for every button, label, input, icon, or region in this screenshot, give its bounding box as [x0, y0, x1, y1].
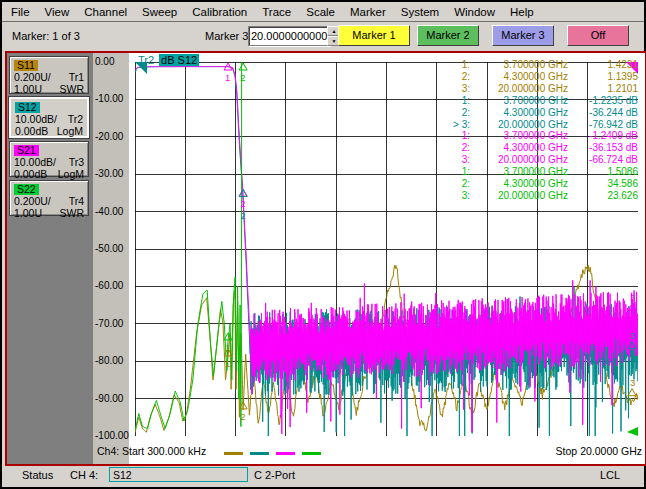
y-axis-tick-label: -10.00	[95, 93, 123, 104]
menu-bar: FileViewChannelSweepCalibrationTraceScal…	[2, 2, 644, 22]
trace-scale-label: 10.00dB/	[14, 156, 56, 168]
trace-format-label: SWR	[60, 207, 85, 219]
svg-text:3: 3	[630, 292, 635, 303]
trace-param-chip: S22	[14, 184, 39, 195]
trace-box-s21[interactable]: S2110.00dB/Tr30.00dBLogM	[9, 141, 89, 177]
marker-value: 1.2101	[568, 83, 638, 95]
marker-number: 2:	[440, 107, 470, 119]
marker-frequency: 20.000000 GHz	[470, 83, 568, 95]
trace-format-label: LogM	[58, 168, 84, 180]
marker-frequency: 4.300000 GHz	[470, 142, 568, 154]
trace-param-chip: S11	[14, 60, 38, 71]
trace-box-s11[interactable]: S110.200U/Tr11.00USWR	[9, 56, 89, 94]
y-axis-tick-label: -60.00	[95, 280, 123, 291]
menu-item-window[interactable]: Window	[454, 6, 495, 18]
marker-frequency: 20.000000 GHz	[470, 119, 568, 131]
cal-status-label: C 2-Port	[254, 469, 295, 481]
analyzer-window: FileViewChannelSweepCalibrationTraceScal…	[0, 0, 646, 489]
y-axis-tick-label: -100.00	[95, 430, 129, 441]
trace-scale-label: 10.00dB/	[15, 113, 57, 125]
legend-dash-s11	[224, 452, 243, 455]
toolbar-button-off[interactable]: Off	[567, 25, 629, 46]
plot-panel: 1222112333 Tr2dB S12 1:3.700000 GHz1.423…	[129, 53, 645, 464]
marker-value: -76.942 dB	[568, 119, 638, 131]
trace-number-label: Tr2	[68, 113, 83, 125]
menu-item-calibration[interactable]: Calibration	[192, 6, 247, 18]
measurement-box: S12	[109, 467, 248, 482]
marker-readout-row: 1:3.700000 GHz1.4231	[440, 59, 638, 71]
active-trace-label: Tr2	[138, 54, 154, 66]
menu-item-channel[interactable]: Channel	[84, 6, 127, 18]
menu-item-help[interactable]: Help	[510, 6, 534, 18]
marker-readout-row: 1:3.700000 GHz-1.2235 dB	[440, 95, 638, 107]
y-axis-tick-label: -90.00	[95, 393, 123, 404]
y-axis-tick-label: -30.00	[95, 168, 123, 179]
trace-format-label: SWR	[60, 83, 85, 95]
menu-item-view[interactable]: View	[45, 6, 70, 18]
svg-text:3: 3	[630, 330, 635, 341]
toolbar-button-marker-3[interactable]: Marker 3	[492, 25, 554, 46]
sweep-start-label: Ch4: Start 300.000 kHz	[97, 445, 206, 457]
marker-readout-row: 2:4.300000 GHz-36.244 dB	[440, 107, 638, 119]
active-trace-chip[interactable]: dB S12	[159, 54, 199, 66]
trace-box-s12[interactable]: S1210.00dB/Tr20.00dBLogM	[9, 97, 89, 138]
trace-legend-dashes	[206, 445, 328, 457]
marker-readout-row: 3:20.000000 GHz-66.724 dB	[440, 154, 638, 166]
marker-readout-row: 2:4.300000 GHz-36.153 dB	[440, 142, 638, 154]
marker-number: 3:	[440, 83, 470, 95]
marker-frequency: 4.300000 GHz	[470, 71, 568, 83]
marker-frequency: 3.700000 GHz	[470, 59, 568, 71]
trace-scale-label: 0.200U/	[14, 195, 51, 207]
toolbar-button-marker-2[interactable]: Marker 2	[417, 25, 479, 46]
channel-label: CH 4:	[70, 469, 98, 481]
marker-status-label: Marker: 1 of 3	[12, 30, 80, 42]
menu-item-scale[interactable]: Scale	[306, 6, 335, 18]
marker-number: 1:	[440, 59, 470, 71]
legend-dash-s12	[250, 452, 269, 455]
marker-frequency: 20.000000 GHz	[470, 190, 568, 202]
legend-dash-s22	[302, 452, 321, 455]
y-axis-tick-label: -80.00	[95, 355, 123, 366]
marker-readout-row: 2:4.300000 GHz1.1395	[440, 71, 638, 83]
marker-frequency: 4.300000 GHz	[470, 178, 568, 190]
marker-number: 3:	[440, 154, 470, 166]
toolbar-button-marker-1[interactable]: Marker 1	[338, 25, 410, 46]
menu-item-marker[interactable]: Marker	[350, 6, 386, 18]
marker-value: 1.4231	[568, 59, 638, 71]
marker-number: 1:	[440, 95, 470, 107]
marker-readout-row: 1:3.700000 GHz-1.2409 dB	[440, 130, 638, 142]
marker-readout-row: 3:20.000000 GHz23.626	[440, 190, 638, 202]
marker-number: 2:	[440, 178, 470, 190]
trace-number-label: Tr1	[69, 71, 84, 83]
lcl-mode-label: LCL	[600, 469, 620, 481]
marker-readout-row: 2:4.300000 GHz34.586	[440, 178, 638, 190]
marker-readout-row: 3:20.000000 GHz1.2101	[440, 83, 638, 95]
y-axis-tick-label: -40.00	[95, 206, 123, 217]
marker-value: -36.244 dB	[568, 107, 638, 119]
marker-value: 23.626	[568, 190, 638, 202]
menu-item-sweep[interactable]: Sweep	[142, 6, 177, 18]
marker-value: 1.5086	[568, 166, 638, 178]
trace-param-chip: S21	[14, 145, 39, 156]
svg-text:1: 1	[225, 358, 230, 369]
y-axis-labels: 0.00-10.00-20.00-30.00-40.00-50.00-60.00…	[93, 53, 134, 464]
svg-text:2: 2	[240, 72, 245, 83]
trace-box-s22[interactable]: S220.200U/Tr41.00USWR	[9, 180, 89, 216]
status-label: Status	[22, 469, 53, 481]
y-axis-tick-label: -50.00	[95, 243, 123, 254]
active-trace-title: Tr2dB S12	[138, 54, 199, 66]
trace-number-label: Tr3	[69, 156, 84, 168]
marker-frequency: 3.700000 GHz	[470, 95, 568, 107]
marker-readout-row: 1:3.700000 GHz1.5086	[440, 166, 638, 178]
marker-frequency-input[interactable]: 20.0000000000 GHz	[248, 26, 330, 46]
marker-readout-table: 1:3.700000 GHz1.42312:4.300000 GHz1.1395…	[440, 59, 638, 202]
marker-readout-row: > 3:20.000000 GHz-76.942 dB	[440, 119, 638, 131]
marker-field-label: Marker 3	[205, 30, 248, 42]
marker-value: -36.153 dB	[568, 142, 638, 154]
menu-item-system[interactable]: System	[401, 6, 439, 18]
svg-text:3: 3	[630, 377, 635, 388]
sweep-annotation: Ch4: Start 300.000 kHz Stop 20.0000 GHz	[97, 444, 642, 458]
menu-item-file[interactable]: File	[11, 6, 30, 18]
status-bar: Status CH 4: S12 C 2-Port LCL	[2, 464, 644, 485]
menu-item-trace[interactable]: Trace	[262, 6, 291, 18]
